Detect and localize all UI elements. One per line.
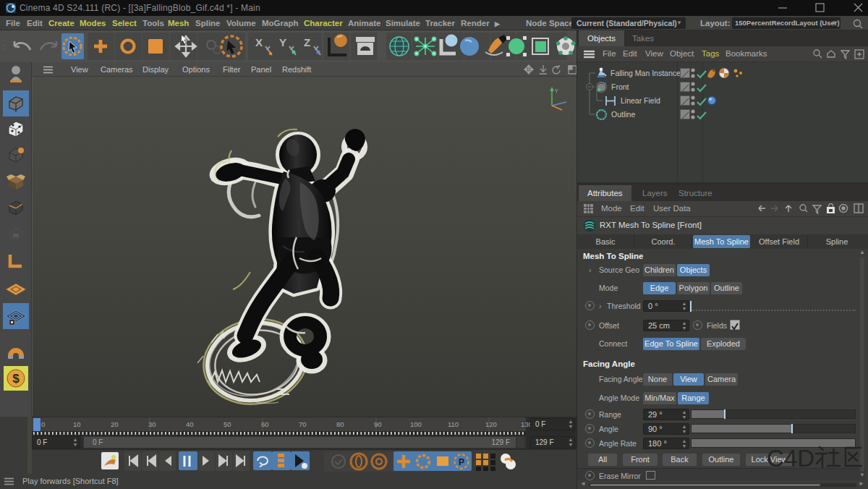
svg-text:Z: Z bbox=[304, 36, 310, 48]
svg-text:$: $ bbox=[12, 372, 20, 386]
svg-text:X: X bbox=[255, 36, 263, 48]
svg-text:Y: Y bbox=[555, 88, 558, 93]
svg-text:P: P bbox=[459, 457, 464, 467]
svg-text:Y: Y bbox=[279, 36, 286, 48]
